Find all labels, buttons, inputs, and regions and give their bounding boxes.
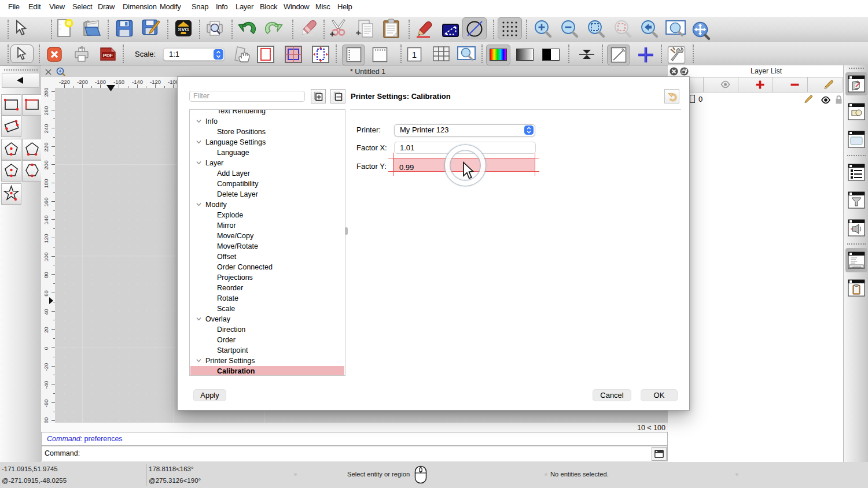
svg-text:comment: comment (852, 265, 862, 268)
svg-text:1: 1 (412, 50, 417, 60)
svg-text:SVG: SVG (178, 27, 189, 32)
svg-text:PDF: PDF (103, 53, 113, 58)
